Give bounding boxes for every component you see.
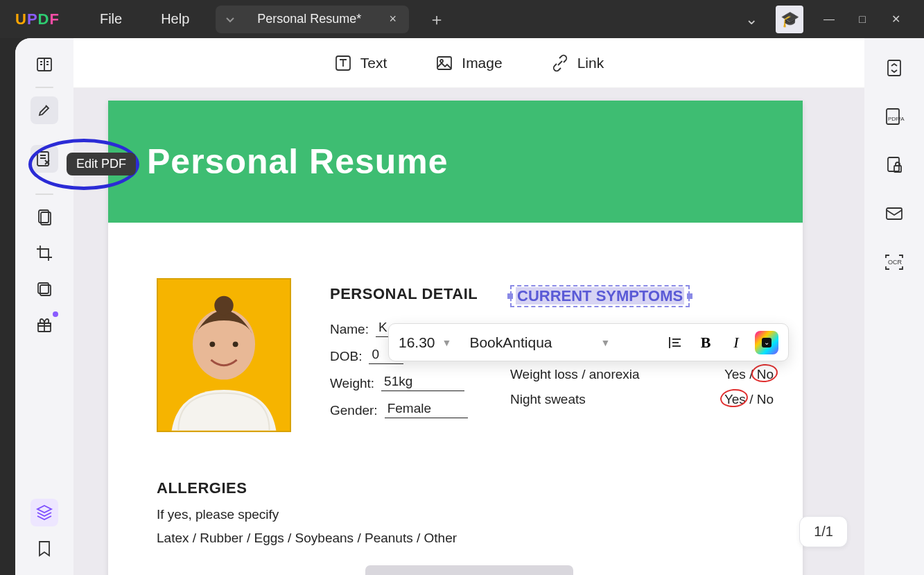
align-button[interactable]	[663, 331, 687, 354]
font-size-dropdown[interactable]: 16.30 ▼	[399, 334, 455, 351]
weight-label: Weight:	[330, 376, 374, 391]
svg-point-20	[209, 341, 215, 347]
tab-dropdown[interactable]	[216, 6, 245, 33]
svg-rect-12	[887, 208, 902, 219]
page-indicator[interactable]: 1/1	[799, 516, 848, 547]
bookmark-icon	[37, 540, 52, 558]
annotate-button[interactable]	[30, 96, 58, 124]
edit-toolbar: Text Image Link	[73, 38, 864, 88]
profile-photo[interactable]	[157, 278, 291, 432]
bold-button[interactable]: B	[694, 331, 717, 354]
protect-button[interactable]	[880, 151, 909, 180]
window-minimize[interactable]: —	[821, 13, 837, 26]
gender-label: Gender:	[330, 403, 378, 418]
image-icon	[435, 54, 453, 72]
edit-page-icon	[35, 150, 53, 168]
bookmark-button[interactable]	[30, 535, 58, 563]
gift-button[interactable]	[30, 311, 58, 339]
layers-icon	[35, 504, 53, 522]
pdfa-icon: PDF/A	[884, 107, 905, 126]
reader-mode-button[interactable]	[30, 51, 58, 78]
italic-button[interactable]: I	[724, 331, 748, 354]
svg-point-19	[214, 296, 233, 315]
horizontal-scrollbar[interactable]	[365, 565, 573, 575]
chevron-down-icon	[225, 15, 235, 24]
reader-icon	[35, 55, 53, 74]
tab-title: Personal Resume*	[257, 12, 361, 26]
ocr-button[interactable]: OCR	[880, 248, 909, 277]
pdf-page[interactable]: Personal Resume	[108, 101, 803, 575]
tabs-overflow-button[interactable]: ⌄	[745, 10, 758, 28]
tab-close-button[interactable]: ×	[389, 12, 396, 26]
weight-value[interactable]: 51kg	[381, 374, 464, 391]
tool-link-label: Link	[577, 55, 604, 71]
app-surface: PDF/A OCR Text Image Link Personal R	[15, 38, 924, 575]
tool-image-label: Image	[462, 55, 502, 71]
titlebar-right: ⌄ 🎓 — □ ✕	[745, 0, 924, 38]
redact-button[interactable]	[30, 275, 58, 303]
svg-text:PDF/A: PDF/A	[888, 116, 905, 122]
chevron-down-icon: ▼	[442, 337, 452, 348]
symptom-label: Night sweats	[510, 392, 586, 407]
name-label: Name:	[330, 322, 369, 337]
tool-text[interactable]: Text	[334, 54, 387, 72]
font-size-value: 16.30	[399, 334, 435, 351]
file-lock-icon	[885, 155, 903, 175]
highlighter-icon	[35, 101, 53, 119]
svg-rect-10	[888, 157, 899, 171]
page-body: PERSONAL DETAIL Name: K DOB: 0 Weight: 5…	[108, 223, 803, 306]
chevron-down-icon: ⌄	[762, 338, 772, 347]
symptoms-header: CURRENT SYMPTOMS	[516, 287, 684, 304]
menu-file[interactable]: File	[80, 11, 141, 27]
crop-icon	[35, 244, 53, 262]
pdfa-button[interactable]: PDF/A	[880, 102, 909, 131]
detail-header: PERSONAL DETAIL	[330, 285, 510, 303]
separator	[35, 194, 53, 195]
account-avatar[interactable]: 🎓	[776, 6, 803, 33]
symptom-yn: Yes / No	[724, 392, 774, 407]
new-tab-button[interactable]: ＋	[428, 8, 445, 31]
text-icon	[334, 54, 352, 72]
link-icon	[551, 54, 569, 72]
selected-text-box[interactable]: CURRENT SYMPTOMS	[510, 285, 690, 307]
svg-point-21	[233, 341, 238, 347]
window-close[interactable]: ✕	[888, 12, 903, 26]
crop-button[interactable]	[30, 239, 58, 267]
text-format-toolbar[interactable]: 16.30 ▼ BookAntiqua ▼ B I ⌄	[388, 323, 789, 361]
svg-rect-15	[437, 57, 451, 69]
font-family-dropdown[interactable]: BookAntiqua ▼	[462, 334, 656, 351]
left-sidebar	[15, 38, 73, 575]
svg-point-16	[440, 60, 443, 62]
layers-button[interactable]	[30, 499, 58, 526]
mail-icon	[884, 206, 904, 221]
color-picker-button[interactable]: ⌄	[755, 331, 778, 354]
window-maximize[interactable]: □	[855, 13, 870, 26]
menu-help[interactable]: Help	[141, 11, 209, 27]
notification-dot	[53, 311, 58, 317]
separator	[35, 87, 53, 88]
allergies-section: ALLERGIES If yes, please specify Latex /…	[157, 479, 457, 554]
share-button[interactable]	[880, 199, 909, 228]
symptom-row: Weight loss / anorexia Yes / No	[510, 367, 774, 382]
allergies-line1: If yes, please specify	[157, 507, 457, 522]
convert-button[interactable]	[880, 53, 909, 83]
right-sidebar: PDF/A OCR	[864, 38, 924, 575]
symptom-yn: Yes / No	[724, 367, 774, 382]
document-tab[interactable]: Personal Resume* ×	[245, 6, 409, 33]
chevron-down-icon: ▼	[601, 337, 611, 348]
field-weight: Weight: 51kg	[330, 374, 510, 391]
symptom-row: Night sweats Yes / No	[510, 392, 774, 407]
edit-pdf-button[interactable]	[30, 145, 58, 173]
tool-image[interactable]: Image	[435, 54, 502, 72]
dob-label: DOB:	[330, 349, 362, 364]
gender-value[interactable]: Female	[385, 401, 468, 418]
page-banner: Personal Resume	[108, 101, 803, 223]
gift-icon	[35, 316, 53, 334]
organize-pages-button[interactable]	[30, 203, 58, 231]
person-illustration	[158, 280, 290, 431]
tool-link[interactable]: Link	[551, 54, 604, 72]
document-canvas[interactable]: Personal Resume	[73, 88, 864, 575]
svg-rect-7	[888, 60, 900, 76]
banner-title: Personal Resume	[147, 141, 448, 182]
convert-icon	[884, 58, 904, 78]
